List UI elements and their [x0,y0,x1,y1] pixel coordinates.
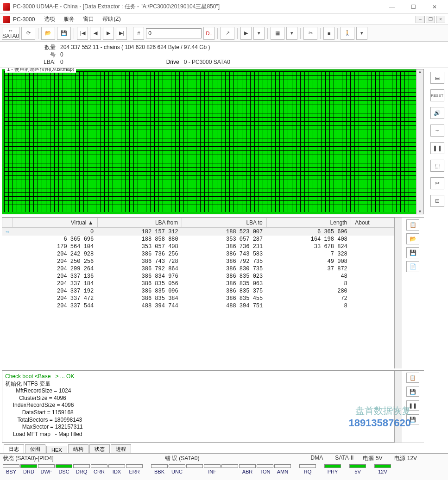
col-header[interactable]: Length [266,218,351,228]
window-title: PC-3000 UDMA-E - China - [Data Extractor… [13,3,381,11]
table-icon[interactable]: ▦ [271,27,284,40]
drive-value: 0 - PC3000 SATA0 [184,59,230,65]
export-icon[interactable]: ↗ [221,27,234,40]
close-button[interactable]: ✕ [424,0,445,14]
tools-icon[interactable]: ✂ [303,27,317,40]
connector-icon[interactable]: ⊟ [430,195,444,207]
table-row[interactable]: 204 337 192386 835 096386 835 375280 [2,287,394,295]
app-icon [3,3,10,11]
log-save2-icon[interactable]: 💾 [406,414,419,424]
toolbar: ↔SATA0 ⟳ 📂 💾 |◀ ◀ ▶ ▶| # D↓ ↗ ▶ ▾ ▦ ▾ ✂ … [0,25,448,42]
mdi-controls: – ❐ × [415,16,445,23]
tab-bitmap[interactable]: 位图 [25,444,45,454]
status-flag: RQ [299,464,316,474]
first-icon[interactable]: |◀ [77,27,88,40]
log-panel: Check boot <Base > ... OK 初始化 NTFS 变量 Mf… [2,370,424,454]
status-flag: BSY [3,464,19,474]
exit-dropdown-icon[interactable]: ▾ [356,27,367,40]
table-row[interactable]: 204 337 136386 834 976386 835 02348 [2,273,394,280]
exit-icon[interactable]: 🚶 [341,27,354,40]
mdi-close[interactable]: × [436,16,445,23]
status-flag: DRD [20,464,37,474]
col-header[interactable]: About [351,218,394,228]
table-row[interactable]: ⇨0182 157 312188 523 0076 365 696 [2,228,394,236]
table-row[interactable]: 204 242 928386 736 256386 743 5837 328 [2,250,394,258]
drive-icon[interactable]: 🖴 [430,72,444,84]
table-row[interactable]: 204 299 264386 792 864386 830 73537 872 [2,265,394,273]
table-save-icon[interactable]: 💾 [406,247,419,258]
status-flag: AMN [274,464,291,474]
chain-table[interactable]: Virtual ▲LBA fromLBA toLengthAbout ⇨0182… [2,218,394,310]
log-copy-icon[interactable]: 📋 [406,373,419,383]
status-flag: DWF [38,464,55,474]
menu-options[interactable]: 选项 [40,14,59,24]
menu-services[interactable]: 服务 [60,14,78,24]
table-doc-icon[interactable]: 📄 [406,261,419,272]
status-flag: BBK [151,464,168,474]
bitmap-scrollbar[interactable] [416,69,423,214]
sata-button[interactable]: ↔SATA0 [2,27,19,40]
refresh-icon[interactable]: ⟳ [21,27,35,40]
col-header[interactable]: Virtual ▲ [13,218,98,228]
tab-log[interactable]: 日志 [4,444,24,454]
table-row[interactable]: 6 365 696188 858 880353 057 287164 198 4… [2,236,394,243]
table-row[interactable]: 204 337 472386 835 384386 835 45572 [2,295,394,302]
status-flag: IDX [108,464,125,474]
play-icon[interactable]: ▶ [240,27,252,40]
tab-status[interactable]: 状态 [89,444,110,454]
table-dropdown-icon[interactable]: ▾ [286,27,297,40]
last-icon[interactable]: ▶| [116,27,127,40]
status-flag: 5V [349,464,366,474]
table-row[interactable]: 204 337 544488 394 744488 394 7518 [2,302,394,310]
table-row[interactable]: 204 337 184386 835 056386 835 0638 [2,280,394,287]
table-row[interactable]: 204 250 256386 743 728386 792 73549 008 [2,258,394,265]
bitmap-canvas[interactable] [4,71,416,212]
tab-hex[interactable]: HEX [46,446,67,454]
prev-icon[interactable]: ◀ [90,27,101,40]
log-text[interactable]: Check boot <Base > ... OK 初始化 NTFS 变量 Mf… [2,371,394,443]
status-flag [221,464,238,474]
cut-icon[interactable]: ✂ [430,177,444,189]
col-header[interactable]: LBA to [182,218,267,228]
col-header[interactable]: LBA from [97,218,182,228]
info-panel: 数量 204 337 552 11 - chains ( 104 620 826… [0,42,448,68]
minimize-button[interactable]: — [381,0,403,14]
reset-icon[interactable]: RESET [430,89,444,101]
status-group1-label: 状态 (SATA0)-[PIO4] [3,455,54,462]
table-scrollbar[interactable] [394,218,402,368]
num-label: 号 [5,51,60,59]
next-icon[interactable]: ▶ [103,27,114,40]
lba-label: LBA: [5,59,60,65]
table-open-icon[interactable]: 📂 [406,233,419,244]
goto-icon[interactable]: D↓ [203,27,215,40]
maximize-button[interactable]: ☐ [403,0,424,14]
status-flag [186,464,203,474]
menu-bar: PC-3000 选项 服务 窗口 帮助(Z) – ❐ × [0,14,448,25]
tab-struct[interactable]: 结构 [68,444,88,454]
table-copy-icon[interactable]: 📋 [406,219,419,231]
menu-help[interactable]: 帮助(Z) [99,14,124,24]
menu-window[interactable]: 窗口 [79,14,98,24]
sound-icon[interactable]: 🔊 [430,107,444,119]
grid-icon[interactable]: # [133,27,144,40]
status-group3-label: DMA [310,455,323,462]
position-input[interactable] [146,28,202,38]
open-icon[interactable]: 📂 [41,27,55,40]
table-row[interactable]: 170 564 104353 057 408386 736 23133 678 … [2,243,394,250]
tab-process[interactable]: 进程 [111,444,131,454]
mdi-restore[interactable]: ❐ [426,16,435,23]
save-icon[interactable]: 💾 [57,27,71,40]
right-toolbar: 🖴 RESET 🔊 ⫟ ❚❚ ⬚ ✂ ⊟ [426,68,448,455]
log-save-icon[interactable]: 💾 [406,386,419,397]
pause-icon[interactable]: ❚❚ [430,142,444,154]
play-dropdown-icon[interactable]: ▾ [253,27,265,40]
chip-icon[interactable]: ⬚ [430,160,444,172]
log-scrollbar[interactable] [394,371,402,443]
lba-value: 0 [60,59,63,65]
log-pause-icon[interactable]: ❚❚ [406,400,419,411]
window-titlebar: PC-3000 UDMA-E - China - [Data Extractor… [0,0,448,14]
mdi-minimize[interactable]: – [416,16,425,23]
stop-icon[interactable]: ■ [323,27,334,40]
qty-label: 数量 [5,44,60,51]
capacitor-icon[interactable]: ⫟ [430,125,444,137]
